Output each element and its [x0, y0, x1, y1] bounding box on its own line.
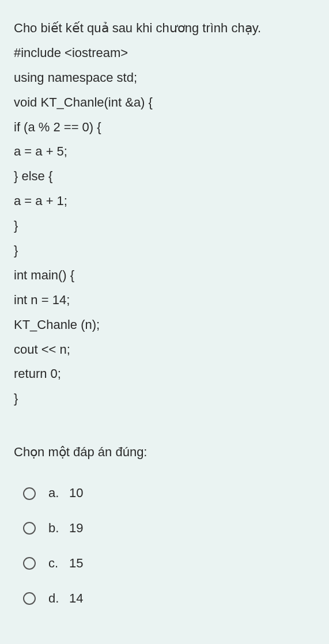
option-value: 19 [69, 516, 83, 541]
option-letter: a. [48, 481, 69, 506]
radio-icon[interactable] [23, 487, 36, 500]
options-list: a. 10 b. 19 c. 15 d. 14 [14, 481, 315, 611]
answer-prompt: Chọn một đáp án đúng: [14, 440, 315, 465]
code-line: KT_Chanle (n); [14, 313, 315, 338]
code-line: if (a % 2 == 0) { [14, 115, 315, 140]
code-line: using namespace std; [14, 66, 315, 90]
code-line: cout << n; [14, 338, 315, 362]
option-a[interactable]: a. 10 [23, 481, 315, 506]
code-line: #include <iostream> [14, 41, 315, 66]
radio-icon[interactable] [23, 522, 36, 535]
radio-icon[interactable] [23, 557, 36, 570]
code-line: return 0; [14, 362, 315, 387]
option-value: 10 [69, 481, 83, 506]
code-line: a = a + 5; [14, 139, 315, 164]
question-intro: Cho biết kết quả sau khi chương trình ch… [14, 16, 315, 41]
code-line: } else { [14, 164, 315, 189]
option-letter: c. [48, 551, 69, 576]
option-value: 14 [69, 586, 83, 611]
code-line: } [14, 238, 315, 263]
option-letter: b. [48, 516, 69, 541]
question-block: Cho biết kết quả sau khi chương trình ch… [14, 16, 315, 411]
option-b[interactable]: b. 19 [23, 516, 315, 541]
option-letter: d. [48, 586, 69, 611]
code-line: int main() { [14, 263, 315, 288]
option-d[interactable]: d. 14 [23, 586, 315, 611]
code-line: } [14, 387, 315, 411]
code-line: int n = 14; [14, 288, 315, 313]
code-line: } [14, 214, 315, 238]
radio-icon[interactable] [23, 592, 36, 605]
code-line: a = a + 1; [14, 189, 315, 214]
option-value: 15 [69, 551, 83, 576]
code-line: void KT_Chanle(int &a) { [14, 90, 315, 115]
option-c[interactable]: c. 15 [23, 551, 315, 576]
